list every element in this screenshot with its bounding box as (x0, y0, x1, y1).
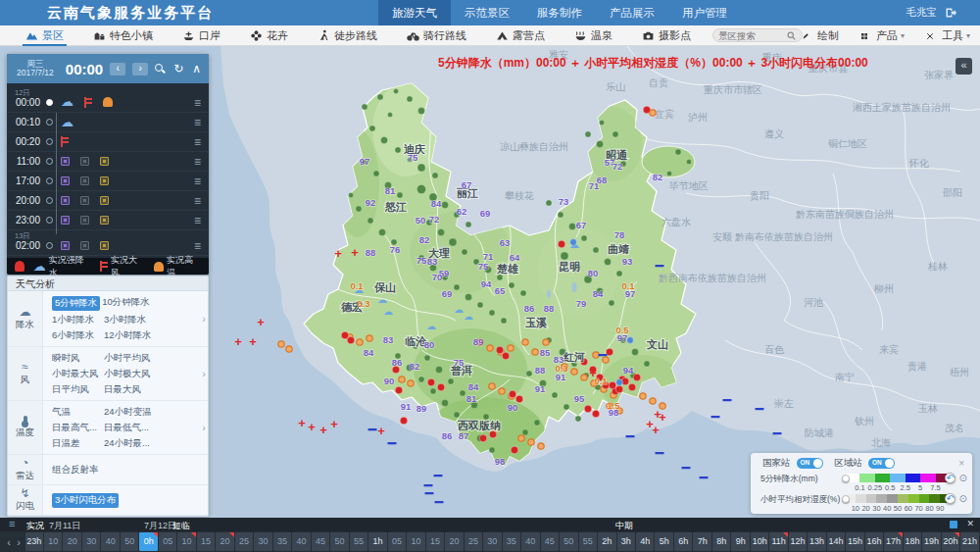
toolbar-item-bike[interactable]: 骑行路线 (407, 25, 466, 46)
timeline-cell-45[interactable]: 45 (312, 532, 329, 551)
search-icon[interactable] (155, 64, 165, 74)
time-row-00:10[interactable]: 00:10☁≡ (7, 113, 209, 132)
timeline-cell-05[interactable]: 05 (159, 532, 176, 551)
time-row-11:00[interactable]: 11:00≡ (7, 152, 209, 172)
timeline-cell-16h[interactable]: 16h (865, 532, 883, 551)
eye-icon[interactable]: ⊙ (959, 493, 967, 504)
scale-handle-left[interactable] (842, 495, 850, 503)
timeline-calendar-icon[interactable] (950, 521, 957, 528)
nav-item-4[interactable]: 产品展示 (596, 0, 668, 25)
timeline-cell-18h[interactable]: 18h (904, 532, 921, 551)
timeline-cell-9h[interactable]: 9h (731, 532, 749, 551)
prev-time-button[interactable]: ‹ (110, 63, 125, 75)
option-日最大风[interactable]: 日最大风 (104, 383, 154, 396)
timeline-cell-05[interactable]: 05 (388, 532, 406, 551)
option-日温差[interactable]: 日温差 (52, 437, 102, 450)
toolbar-item-spring[interactable]: 温泉 (574, 25, 612, 46)
row-list-icon[interactable]: ≡ (194, 96, 201, 110)
timeline-cell-10[interactable]: 10 (44, 532, 62, 551)
timeline-cell-20[interactable]: 20 (445, 532, 463, 551)
row-radio[interactable] (46, 138, 53, 145)
timeline-cell-15h[interactable]: 15h (846, 532, 863, 551)
option-3小时降水[interactable]: 3小时降水 (104, 314, 154, 326)
option-24小时最...[interactable]: 24小时最... (104, 437, 154, 450)
timeline-cell-20h[interactable]: 20h (942, 532, 959, 551)
timeline-cell-4h[interactable]: 4h (636, 532, 654, 551)
action-pen[interactable]: 绘制 (802, 28, 839, 43)
row-radio[interactable] (46, 197, 53, 204)
option-日最低气...[interactable]: 日最低气... (104, 422, 154, 434)
timeline-cell-55[interactable]: 55 (350, 532, 368, 551)
timeline-cell-0h[interactable]: 0h (139, 532, 157, 551)
collapse-icon[interactable]: ∧ (192, 62, 201, 75)
time-row-23:00[interactable]: 23:00≡ (7, 211, 209, 230)
option-6小时降水[interactable]: 6小时降水 (52, 329, 102, 342)
timeline-cell-40[interactable]: 40 (101, 532, 119, 551)
row-list-icon[interactable]: ≡ (194, 214, 201, 227)
scale-gradient-bar[interactable] (845, 474, 951, 482)
more-chevron-icon[interactable]: › (202, 313, 206, 325)
scale-handle-left[interactable] (842, 475, 850, 482)
nav-item-3[interactable]: 服务制作 (523, 0, 596, 25)
nav-item-1[interactable]: 旅游天气 (378, 0, 451, 25)
time-row-17:00[interactable]: 17:00≡ (7, 172, 209, 191)
timeline-cell-5h[interactable]: 5h (655, 532, 672, 551)
timeline-cell-35[interactable]: 35 (503, 532, 520, 551)
nav-item-5[interactable]: 用户管理 (668, 0, 741, 25)
option-12小时降水[interactable]: 12小时降水 (104, 329, 154, 342)
option-3小时闪电分布[interactable]: 3小时闪电分布 (52, 493, 119, 508)
timeline-cell-50[interactable]: 50 (121, 532, 138, 551)
action-grid[interactable]: 产品▾ (860, 28, 905, 43)
timeline-next[interactable]: › (14, 533, 24, 552)
timeline-cell-6h[interactable]: 6h (674, 532, 692, 551)
row-radio[interactable] (46, 177, 53, 184)
timeline-cell-15[interactable]: 15 (197, 532, 215, 551)
option-小时极大风[interactable]: 小时极大风 (104, 368, 154, 380)
timeline-cell-23h[interactable]: 23h (25, 532, 43, 551)
timeline-cell-10h[interactable]: 10h (751, 532, 768, 551)
timeline-cell-25[interactable]: 25 (465, 532, 482, 551)
toolbar-item-port[interactable]: 口岸 (182, 25, 220, 46)
time-row-00:00[interactable]: 12日00:00☁≡ (7, 87, 209, 113)
timeline-cell-11h[interactable]: 11h (769, 532, 787, 551)
more-chevron-icon[interactable]: › (202, 368, 206, 379)
row-radio[interactable] (46, 242, 53, 249)
option-小时平均风[interactable]: 小时平均风 (104, 352, 154, 365)
option-气温[interactable]: 气温 (52, 406, 102, 419)
time-row-20:00[interactable]: 20:00≡ (7, 191, 209, 211)
toggle-区域站[interactable]: ON (868, 458, 895, 469)
timeline-cell-14h[interactable]: 14h (827, 532, 845, 551)
timeline-cell-20[interactable]: 20 (216, 532, 233, 551)
timeline-cell-45[interactable]: 45 (541, 532, 559, 551)
timeline-cell-40[interactable]: 40 (521, 532, 539, 551)
timeline-cell-3h[interactable]: 3h (617, 532, 635, 551)
row-list-icon[interactable]: ≡ (194, 239, 201, 253)
timeline-cell-35[interactable]: 35 (273, 532, 291, 551)
timeline-cell-10[interactable]: 10 (407, 532, 424, 551)
row-list-icon[interactable]: ≡ (194, 135, 201, 149)
option-10分钟降水[interactable]: 10分钟降水 (102, 296, 152, 311)
toolbar-item-town[interactable]: 特色小镇 (93, 25, 153, 46)
row-radio[interactable] (46, 99, 53, 106)
timeline-cell-55[interactable]: 55 (579, 532, 597, 551)
timeline-menu-icon[interactable]: ≡ (9, 518, 15, 529)
action-tools[interactable]: 工具▾ (926, 28, 970, 43)
timeline-cell-30[interactable]: 30 (82, 532, 100, 551)
toolbar-item-hike[interactable]: 徒步路线 (318, 25, 377, 46)
timeline-cell-50[interactable]: 50 (330, 532, 348, 551)
timeline-cell-13h[interactable]: 13h (808, 532, 825, 551)
timeline-cell-40[interactable]: 40 (292, 532, 310, 551)
option-小时最大风[interactable]: 小时最大风 (52, 368, 102, 380)
timeline-cell-1h[interactable]: 1h (368, 532, 386, 551)
timeline-cell-15[interactable]: 15 (426, 532, 444, 551)
logout-icon[interactable] (945, 7, 956, 19)
row-list-icon[interactable]: ≡ (194, 194, 201, 208)
option-1小时降水[interactable]: 1小时降水 (52, 314, 102, 326)
timeline-cell-7h[interactable]: 7h (693, 532, 710, 551)
toggle-国家站[interactable]: ON (797, 458, 823, 469)
scale-gradient-bar[interactable] (845, 494, 951, 503)
timeline-prev[interactable]: ‹ (4, 533, 14, 552)
row-radio[interactable] (46, 119, 53, 125)
row-list-icon[interactable]: ≡ (194, 155, 201, 169)
timeline-cell-12h[interactable]: 12h (789, 532, 807, 551)
